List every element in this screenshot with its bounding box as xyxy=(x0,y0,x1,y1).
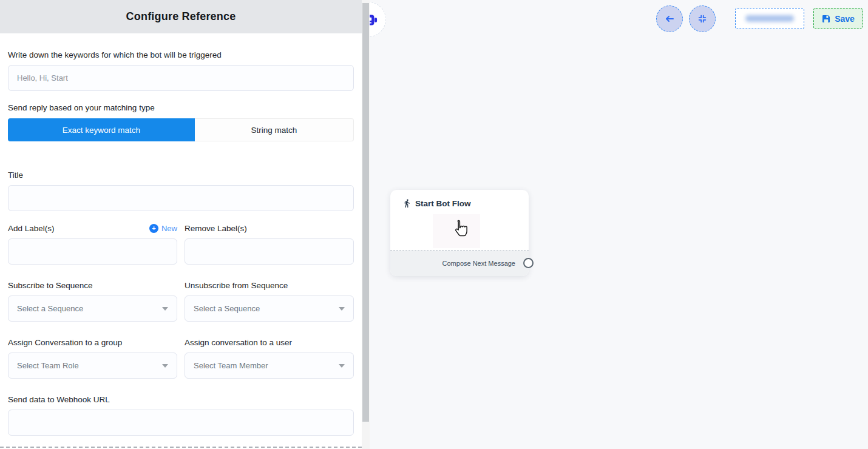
chevron-down-icon xyxy=(162,364,168,368)
configure-panel: Configure Reference Write down the keywo… xyxy=(0,0,362,449)
node-footer: Compose Next Message xyxy=(390,251,529,276)
assign-group-select[interactable]: Select Team Role xyxy=(8,353,177,379)
tab-string-match[interactable]: String match xyxy=(195,118,354,141)
chevron-down-icon xyxy=(339,307,345,311)
save-icon xyxy=(821,14,831,24)
new-label-text: New xyxy=(161,224,177,233)
add-labels-col: Add Label(s) + New xyxy=(8,223,177,265)
assign-user-select[interactable]: Select Team Member xyxy=(185,353,354,379)
flow-canvas[interactable]: Save Start Bot Flow Compose Next Message xyxy=(370,0,868,449)
remove-labels-input[interactable] xyxy=(185,238,354,265)
hand-cursor-icon xyxy=(452,218,469,239)
tab-exact-keyword-match[interactable]: Exact keyword match xyxy=(8,118,195,141)
fit-view-icon xyxy=(697,14,707,24)
unsubscribe-sequence-label: Unsubscribe from Sequence xyxy=(185,280,354,291)
chevron-down-icon xyxy=(339,364,345,368)
blurred-button[interactable] xyxy=(735,8,804,29)
save-button[interactable]: Save xyxy=(813,8,863,29)
arrow-left-icon xyxy=(664,13,675,24)
fit-view-button[interactable] xyxy=(689,5,716,32)
robot-icon xyxy=(370,10,378,29)
matching-type-tabs: Exact keyword match String match xyxy=(8,118,354,141)
sequence-row: Subscribe to Sequence Select a Sequence … xyxy=(8,280,354,322)
start-bot-flow-node[interactable]: Start Bot Flow Compose Next Message xyxy=(390,190,529,276)
assign-user-label: Assign conversation to a user xyxy=(185,337,354,348)
redacted-label xyxy=(745,15,794,22)
back-button[interactable] xyxy=(656,5,683,32)
panel-scrollbar-thumb[interactable] xyxy=(362,3,369,422)
subscribe-sequence-label: Subscribe to Sequence xyxy=(8,280,177,291)
labels-row: Add Label(s) + New Remove Label(s) xyxy=(8,223,354,265)
plus-circle-icon: + xyxy=(149,224,158,233)
chevron-down-icon xyxy=(162,307,168,311)
node-header: Start Bot Flow xyxy=(390,190,529,208)
new-label-button[interactable]: + New xyxy=(149,224,177,233)
panel-header: Configure Reference xyxy=(0,0,362,33)
assign-user-value: Select Team Member xyxy=(194,361,268,370)
unsubscribe-sequence-value: Select a Sequence xyxy=(194,304,260,313)
assign-group-label: Assign Conversation to a group xyxy=(8,337,177,348)
keywords-input[interactable] xyxy=(8,65,354,91)
title-label: Title xyxy=(8,170,354,180)
walking-person-icon xyxy=(402,198,412,208)
subscribe-sequence-value: Select a Sequence xyxy=(17,304,83,313)
assign-row: Assign Conversation to a group Select Te… xyxy=(8,337,354,379)
panel-scrollbar[interactable] xyxy=(362,0,370,449)
page-title: Configure Reference xyxy=(126,10,236,23)
compose-next-message-label: Compose Next Message xyxy=(442,260,515,267)
keywords-label: Write down the keywords for which the bo… xyxy=(8,50,354,60)
panel-bottom-dashed-divider xyxy=(0,447,362,448)
remove-labels-label: Remove Label(s) xyxy=(185,223,247,234)
assign-group-value: Select Team Role xyxy=(17,361,79,370)
remove-labels-col: Remove Label(s) xyxy=(185,223,354,265)
panel-body: Write down the keywords for which the bo… xyxy=(0,50,362,436)
webhook-input[interactable] xyxy=(8,410,354,436)
webhook-label: Send data to Webhook URL xyxy=(8,394,354,405)
title-input[interactable] xyxy=(8,185,354,211)
matching-type-label: Send reply based on your matching type xyxy=(8,103,354,113)
bot-badge[interactable] xyxy=(370,2,386,37)
node-title: Start Bot Flow xyxy=(415,199,471,208)
subscribe-sequence-select[interactable]: Select a Sequence xyxy=(8,295,177,322)
add-labels-label: Add Label(s) xyxy=(8,223,55,234)
save-button-label: Save xyxy=(835,14,855,24)
unsubscribe-sequence-select[interactable]: Select a Sequence xyxy=(185,295,354,322)
app-root: Configure Reference Write down the keywo… xyxy=(0,0,868,449)
node-output-handle[interactable] xyxy=(523,258,534,268)
add-labels-input[interactable] xyxy=(8,238,177,265)
